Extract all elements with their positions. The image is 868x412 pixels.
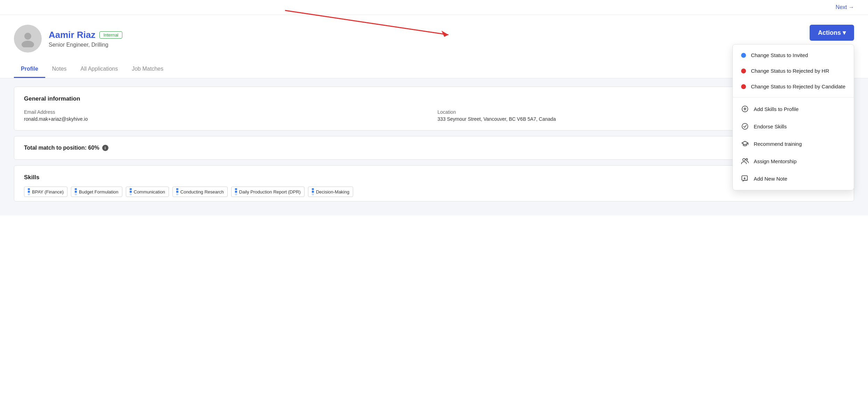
actions-dropdown: Change Status to Invited Change Status t… — [732, 44, 854, 190]
skills-section: Add Skills to Profile Endorse Skills — [733, 97, 854, 190]
next-button[interactable]: Next → — [836, 4, 854, 10]
skill-tag: Daily Production Report (DPR) — [231, 187, 305, 197]
skills-title: Skills — [24, 174, 844, 181]
assign-mentorship-item[interactable]: Assign Mentorship — [733, 152, 854, 170]
candidate-name: Aamir Riaz — [49, 30, 95, 40]
skill-tag: Budget Formulation — [71, 187, 122, 197]
svg-point-7 — [742, 124, 748, 129]
general-info-section: General information Email Address ronald… — [14, 87, 854, 130]
change-status-invited[interactable]: Change Status to Invited — [733, 47, 854, 63]
tab-all-applications[interactable]: All Applications — [74, 61, 125, 78]
add-skills-item[interactable]: Add Skills to Profile — [733, 100, 854, 118]
red-dot-icon-hr — [741, 69, 746, 73]
tab-job-matches[interactable]: Job Matches — [125, 61, 170, 78]
skill-tag: BPAY (Finance) — [24, 187, 67, 197]
tab-profile[interactable]: Profile — [14, 61, 45, 78]
person-icon — [19, 30, 36, 47]
info-icon[interactable]: i — [102, 145, 108, 151]
candidate-info: Aamir Riaz Internal Senior Engineer, Dri… — [14, 25, 122, 53]
tab-notes[interactable]: Notes — [45, 61, 74, 78]
check-circle-icon — [741, 122, 749, 130]
svg-marker-8 — [742, 141, 748, 145]
skills-card: Skills BPAY (Finance) Budget Formulation — [14, 165, 854, 201]
plus-circle-icon — [741, 105, 749, 113]
people-icon — [741, 157, 749, 165]
actions-area: Actions ▾ Change Status to Invited Chang… — [810, 25, 854, 41]
plus-chat-icon — [741, 175, 749, 182]
status-section: Change Status to Invited Change Status t… — [733, 45, 854, 97]
svg-point-10 — [743, 159, 745, 161]
skill-tag: Decision-Making — [308, 187, 353, 197]
match-text: Total match to position: 60% i — [24, 145, 844, 151]
skill-bar-icon — [28, 188, 30, 195]
mortarboard-icon — [741, 140, 749, 148]
general-info-title: General information — [24, 95, 844, 102]
match-section: Total match to position: 60% i — [14, 136, 854, 159]
skill-bar-icon — [312, 188, 314, 195]
svg-point-2 — [24, 33, 31, 40]
skill-tag: Conducting Research — [172, 187, 228, 197]
skills-area: Skills BPAY (Finance) Budget Formulation — [14, 166, 854, 201]
change-status-rejected-hr[interactable]: Change Status to Rejected by HR — [733, 63, 854, 79]
change-status-rejected-candidate[interactable]: Change Status to Rejected by Candidate — [733, 79, 854, 94]
email-field: Email Address ronald.mak+ariaz@skyhive.i… — [24, 109, 431, 122]
svg-point-11 — [746, 159, 748, 160]
header-area: Aamir Riaz Internal Senior Engineer, Dri… — [0, 15, 868, 53]
candidate-job-title: Senior Engineer, Drilling — [49, 42, 122, 48]
skills-list: BPAY (Finance) Budget Formulation Commun… — [24, 187, 844, 197]
red-dot-icon-candidate — [741, 84, 746, 89]
skill-bar-icon — [176, 188, 178, 195]
skill-bar-icon — [235, 188, 237, 195]
skill-bar-icon — [75, 188, 77, 195]
blue-dot-icon — [741, 53, 746, 58]
internal-badge: Internal — [99, 31, 122, 39]
skill-bar-icon — [130, 188, 132, 195]
recommend-training-item[interactable]: Recommend training — [733, 135, 854, 152]
skill-tag: Communication — [126, 187, 169, 197]
general-info-card: General information Email Address ronald… — [14, 87, 854, 130]
candidate-details: Aamir Riaz Internal Senior Engineer, Dri… — [49, 30, 122, 48]
avatar — [14, 25, 42, 53]
add-new-note-item[interactable]: Add New Note — [733, 170, 854, 187]
info-grid: Email Address ronald.mak+ariaz@skyhive.i… — [24, 109, 844, 122]
endorse-skills-item[interactable]: Endorse Skills — [733, 118, 854, 135]
actions-button[interactable]: Actions ▾ — [810, 25, 854, 41]
match-card: Total match to position: 60% i — [14, 136, 854, 160]
svg-point-3 — [22, 41, 34, 47]
top-bar: Next → — [0, 0, 868, 15]
